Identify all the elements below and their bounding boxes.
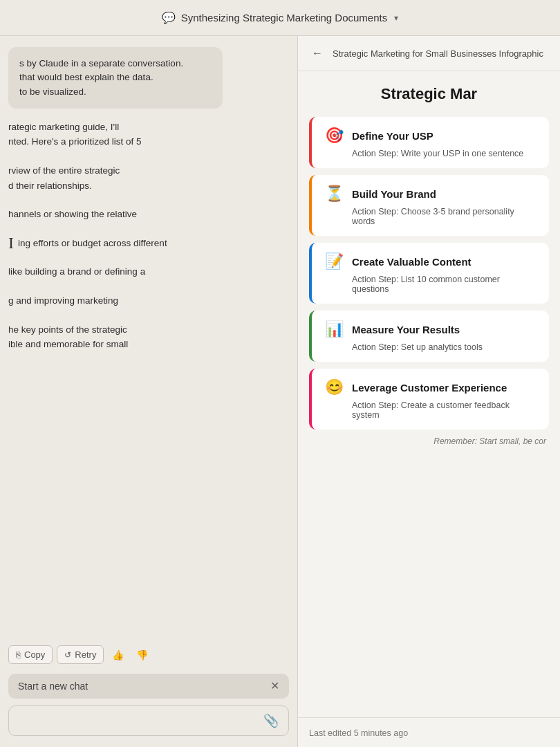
- strategy-card-4: 📊 Measure Your Results Action Step: Set …: [309, 311, 549, 362]
- preview-footer: Last edited 5 minutes ago: [298, 717, 560, 747]
- retry-label: Retry: [75, 649, 96, 660]
- card-header-1: 🎯 Define Your USP: [323, 127, 538, 145]
- close-icon: ✕: [270, 680, 279, 692]
- copy-button[interactable]: ⎘ Copy: [8, 645, 53, 664]
- chevron-down-icon[interactable]: ▾: [394, 13, 398, 23]
- action-bar: ⎘ Copy ↺ Retry 👍 👎: [8, 645, 289, 664]
- back-icon: ←: [312, 47, 323, 59]
- card-header-3: 📝 Create Valuable Content: [323, 252, 538, 270]
- message-bubble-1: s by Claude in a separate conversation.t…: [8, 47, 223, 109]
- preview-title: Strategic Marketing for Small Businesses…: [333, 48, 543, 59]
- card-action-1: Action Step: Write your USP in one sente…: [323, 149, 538, 158]
- card-header-4: 📊 Measure Your Results: [323, 320, 538, 338]
- input-row: 📎: [8, 706, 289, 736]
- thumbs-up-button[interactable]: 👍: [108, 646, 128, 664]
- card-header-5: 😊 Leverage Customer Experience: [323, 378, 538, 396]
- preview-content: Strategic Mar 🎯 Define Your USP Action S…: [298, 71, 560, 717]
- message-text-6: like building a brand or defining a: [8, 261, 289, 282]
- card-title-4: Measure Your Results: [352, 324, 460, 335]
- preview-header: ← Strategic Marketing for Small Business…: [298, 36, 560, 71]
- message-text-1: s by Claude in a separate conversation.t…: [19, 58, 183, 97]
- card-title-5: Leverage Customer Experience: [352, 382, 507, 394]
- preview-panel: ← Strategic Marketing for Small Business…: [297, 36, 560, 747]
- card-title-1: Define Your USP: [352, 130, 433, 142]
- strategy-card-1: 🎯 Define Your USP Action Step: Write you…: [309, 117, 549, 168]
- card-title-3: Create Valuable Content: [352, 256, 472, 268]
- chat-messages: s by Claude in a separate conversation.t…: [0, 36, 297, 638]
- new-chat-label: Start a new chat: [18, 681, 88, 692]
- copy-icon: ⎘: [16, 650, 21, 660]
- back-button[interactable]: ←: [309, 46, 326, 61]
- chat-panel: s by Claude in a separate conversation.t…: [0, 36, 297, 747]
- strategy-card-5: 😊 Leverage Customer Experience Action St…: [309, 369, 549, 430]
- message-text-4: hannels or showing the relative: [8, 204, 289, 225]
- main-layout: s by Claude in a separate conversation.t…: [0, 36, 560, 747]
- remember-text: Remember: Start small, be cor: [309, 436, 549, 446]
- last-edited: Last edited 5 minutes ago: [309, 728, 408, 738]
- experience-icon: 😊: [323, 378, 345, 396]
- card-action-4: Action Step: Set up analytics tools: [323, 342, 538, 352]
- attach-button[interactable]: 📎: [262, 712, 280, 730]
- header: 💬 Synthesizing Strategic Marketing Docum…: [0, 0, 560, 36]
- retry-button[interactable]: ↺ Retry: [57, 645, 104, 664]
- retry-icon: ↺: [64, 650, 71, 660]
- card-action-3: Action Step: List 10 common customer que…: [323, 275, 538, 294]
- cursor-line: I ing efforts or budget across different: [8, 233, 289, 254]
- thumbs-down-button[interactable]: 👎: [132, 646, 152, 664]
- measure-icon: 📊: [323, 320, 345, 338]
- thumbs-down-icon: 👎: [136, 649, 148, 661]
- message-text-8: he key points of the strategicible and m…: [8, 320, 289, 355]
- message-text-3: rview of the entire strategicd their rel…: [8, 160, 289, 196]
- infographic-title: Strategic Mar: [309, 85, 549, 103]
- copy-label: Copy: [24, 649, 45, 660]
- new-chat-bar: Start a new chat ✕: [8, 674, 289, 699]
- attach-icon: 📎: [263, 714, 279, 728]
- card-header-2: ⏳ Build Your Brand: [323, 185, 538, 203]
- strategy-card-3: 📝 Create Valuable Content Action Step: L…: [309, 243, 549, 304]
- close-button[interactable]: ✕: [270, 681, 279, 692]
- thumbs-up-icon: 👍: [112, 649, 124, 661]
- chat-icon: 💬: [162, 11, 176, 24]
- content-icon: 📝: [323, 252, 345, 270]
- message-text-2: rategic marketing guide, I'llnted. Here'…: [8, 117, 289, 152]
- card-title-2: Build Your Brand: [352, 188, 436, 200]
- usp-icon: 🎯: [323, 127, 345, 145]
- card-action-5: Action Step: Create a customer feedback …: [323, 400, 538, 420]
- message-text-5: ing efforts or budget across different: [18, 233, 167, 254]
- strategy-card-2: ⏳ Build Your Brand Action Step: Choose 3…: [309, 175, 549, 236]
- message-text-7: g and improving marketing: [8, 290, 289, 311]
- header-title: Synthesizing Strategic Marketing Documen…: [181, 12, 387, 24]
- card-action-2: Action Step: Choose 3-5 brand personalit…: [323, 207, 538, 226]
- chat-bottom: ⎘ Copy ↺ Retry 👍 👎 Start a new chat ✕: [0, 638, 297, 747]
- brand-icon: ⏳: [323, 185, 345, 203]
- header-title-container: 💬 Synthesizing Strategic Marketing Docum…: [162, 11, 398, 24]
- cursor-icon: I: [8, 234, 12, 252]
